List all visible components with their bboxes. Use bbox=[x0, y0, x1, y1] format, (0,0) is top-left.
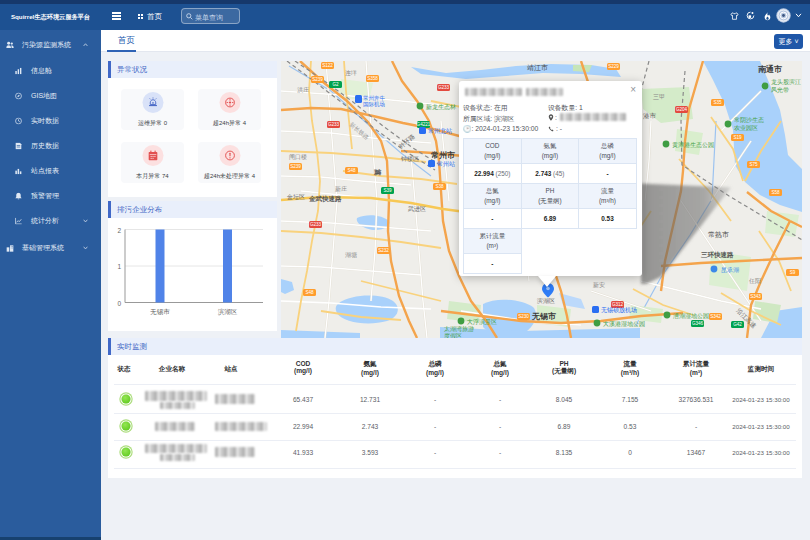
svg-text:大浮演景区: 大浮演景区 bbox=[467, 318, 497, 325]
svg-text:S229: S229 bbox=[608, 64, 619, 69]
svg-text:S230: S230 bbox=[518, 314, 529, 319]
svg-text:S75: S75 bbox=[749, 162, 758, 167]
svg-text:任阳: 任阳 bbox=[748, 278, 761, 285]
svg-text:漕湖湿地公园: 漕湖湿地公园 bbox=[673, 312, 709, 320]
svg-text:龙头股滨江: 龙头股滨江 bbox=[771, 78, 801, 86]
svg-text:无锡市: 无锡市 bbox=[531, 311, 556, 321]
svg-text:S239: S239 bbox=[290, 164, 301, 169]
svg-text:南通市: 南通市 bbox=[758, 64, 782, 74]
svg-text:2: 2 bbox=[117, 227, 121, 234]
svg-text:S239: S239 bbox=[312, 77, 323, 82]
svg-text:常阴沙生态: 常阴沙生态 bbox=[734, 116, 764, 124]
svg-text:常州市: 常州市 bbox=[431, 150, 455, 160]
svg-text:无锡硕放机场: 无锡硕放机场 bbox=[601, 306, 637, 314]
svg-text:国际机场: 国际机场 bbox=[363, 101, 385, 108]
svg-text:S232: S232 bbox=[378, 248, 389, 253]
svg-text:S48: S48 bbox=[305, 290, 314, 295]
svg-text:黄潭港生态公园: 黄潭港生态公园 bbox=[672, 141, 714, 149]
svg-text:无锡市: 无锡市 bbox=[150, 308, 170, 316]
svg-text:风光带: 风光带 bbox=[771, 87, 789, 94]
svg-text:金坛区: 金坛区 bbox=[286, 193, 305, 200]
svg-text:S58: S58 bbox=[771, 190, 780, 195]
svg-text:洪庄: 洪庄 bbox=[297, 86, 309, 93]
svg-text:新庄: 新庄 bbox=[335, 185, 347, 192]
svg-text:新龙生态林: 新龙生态林 bbox=[426, 103, 457, 110]
svg-text:常熟市: 常熟市 bbox=[708, 230, 729, 239]
svg-text:S39: S39 bbox=[383, 188, 392, 193]
svg-text:1: 1 bbox=[117, 263, 121, 270]
svg-text:S122: S122 bbox=[322, 63, 333, 68]
svg-text:港市: 港市 bbox=[643, 112, 657, 120]
svg-text:S48: S48 bbox=[347, 168, 356, 173]
svg-text:S358: S358 bbox=[367, 76, 378, 81]
svg-text:S9: S9 bbox=[790, 270, 796, 275]
svg-text:钟楼区: 钟楼区 bbox=[400, 155, 419, 162]
svg-text:大溪港湿地公园: 大溪港湿地公园 bbox=[603, 320, 645, 328]
svg-text:常州站: 常州站 bbox=[437, 161, 455, 168]
svg-text:S38: S38 bbox=[435, 184, 444, 189]
svg-text:滨湖区: 滨湖区 bbox=[537, 297, 555, 304]
svg-text:三环快速路: 三环快速路 bbox=[701, 251, 734, 259]
svg-text:农业园区: 农业园区 bbox=[734, 124, 758, 132]
svg-text:S343: S343 bbox=[750, 294, 761, 299]
svg-text:G204: G204 bbox=[676, 107, 688, 112]
svg-text:三甲: 三甲 bbox=[653, 94, 665, 100]
svg-text:S19: S19 bbox=[733, 135, 742, 140]
svg-text:新安: 新安 bbox=[593, 281, 605, 288]
svg-text:S342: S342 bbox=[710, 314, 721, 319]
svg-text:G346: G346 bbox=[692, 321, 704, 326]
svg-text:G2: G2 bbox=[332, 82, 339, 87]
svg-text:靖江市: 靖江市 bbox=[527, 63, 548, 72]
svg-text:G4221: G4221 bbox=[417, 122, 431, 127]
svg-text:常州北站: 常州北站 bbox=[428, 127, 452, 135]
svg-text:连垟: 连垟 bbox=[345, 70, 357, 77]
svg-text:S35: S35 bbox=[713, 100, 722, 105]
svg-text:昆承湖: 昆承湖 bbox=[721, 267, 739, 274]
svg-text:金武快速路: 金武快速路 bbox=[308, 195, 342, 203]
svg-text:滨湖区: 滨湖区 bbox=[218, 308, 238, 316]
svg-text:湖塘: 湖塘 bbox=[345, 251, 357, 259]
svg-text:G233: G233 bbox=[438, 85, 450, 90]
svg-text:0: 0 bbox=[117, 300, 121, 307]
svg-text:G233: G233 bbox=[328, 122, 340, 127]
svg-text:闸口楼: 闸口楼 bbox=[289, 154, 307, 161]
svg-text:太湖湾旅游: 太湖湾旅游 bbox=[444, 325, 474, 333]
svg-text:G42: G42 bbox=[733, 322, 742, 327]
svg-text:武进区: 武进区 bbox=[408, 205, 426, 213]
svg-text:G233: G233 bbox=[310, 222, 322, 227]
